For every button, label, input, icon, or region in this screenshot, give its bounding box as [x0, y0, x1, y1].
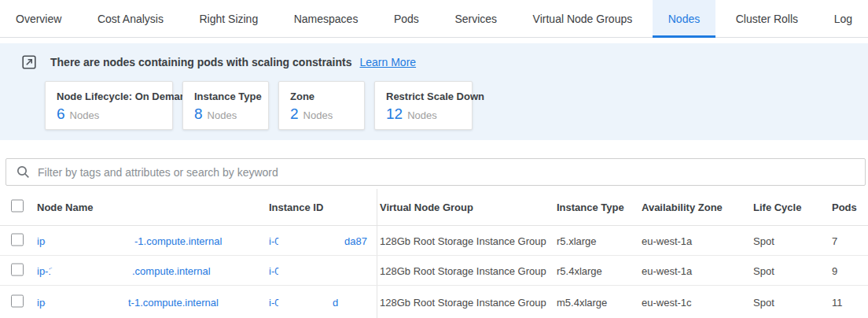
card-count: 2: [290, 105, 299, 123]
col-header-life-cycle: Life Cycle: [753, 202, 801, 213]
availability-zone-cell: eu-west-1c: [642, 296, 692, 308]
filter-input[interactable]: [38, 166, 865, 179]
tab-overview[interactable]: Overview: [0, 0, 77, 37]
redaction-box: [278, 299, 331, 309]
redaction-box: [278, 238, 343, 247]
row-checkbox[interactable]: [11, 294, 24, 307]
select-all-checkbox[interactable]: [11, 200, 24, 213]
virtual-node-group-cell: 128Gb Root Storage Instance Group: [380, 235, 546, 246]
instance-type-cell: r5.4xlarge: [557, 264, 602, 276]
table-row: ip- t-1.compute.internal i-0 d 128Gb Roo…: [0, 286, 868, 318]
instance-id-link[interactable]: da87: [344, 235, 367, 246]
col-header-availability-zone: Availability Zone: [642, 202, 723, 213]
node-name-link[interactable]: t-1.compute.internal: [128, 296, 219, 308]
card-instance-type[interactable]: Instance Type 8Nodes: [182, 81, 269, 130]
pods-cell: 7: [832, 235, 837, 246]
tab-bar: Overview Cost Analysis Right Sizing Name…: [0, 0, 868, 38]
card-count: 8: [194, 105, 203, 123]
redaction-box: [50, 268, 130, 277]
search-icon: [17, 165, 30, 179]
life-cycle-cell: Spot: [753, 264, 774, 276]
redaction-box: [46, 238, 132, 247]
card-zone[interactable]: Zone 2Nodes: [278, 81, 365, 130]
life-cycle-cell: Spot: [753, 296, 774, 308]
availability-zone-cell: eu-west-1a: [642, 235, 692, 246]
card-title: Node Lifecycle: On Demand: [57, 91, 161, 102]
pods-cell: 9: [832, 264, 837, 276]
card-title: Instance Type: [194, 91, 257, 102]
scale-up-arrow-icon: [22, 55, 36, 69]
instance-id-link[interactable]: d: [333, 296, 338, 308]
virtual-node-group-cell: 128Gb Root Storage Instance Group: [380, 296, 546, 308]
constraint-cards: Node Lifecycle: On Demand 6Nodes Instanc…: [45, 81, 868, 130]
col-header-instance-id: Instance ID: [269, 202, 377, 213]
pods-cell: 11: [832, 296, 843, 308]
scaling-constraints-banner: There are nodes containing pods with sca…: [0, 43, 868, 140]
life-cycle-cell: Spot: [753, 235, 774, 246]
card-count: 6: [57, 105, 65, 123]
tab-cluster-rolls[interactable]: Cluster Rolls: [720, 0, 814, 37]
card-unit: Nodes: [208, 109, 237, 121]
card-unit: Nodes: [407, 109, 437, 121]
instance-type-cell: r5.xlarge: [557, 235, 597, 246]
card-unit: Nodes: [303, 109, 333, 121]
col-header-node-name: Node Name: [37, 202, 269, 213]
row-checkbox[interactable]: [11, 233, 24, 246]
card-node-lifecycle[interactable]: Node Lifecycle: On Demand 6Nodes: [45, 81, 173, 130]
tab-log[interactable]: Log: [818, 0, 868, 37]
card-count: 12: [386, 105, 403, 123]
banner-message: There are nodes containing pods with sca…: [50, 56, 352, 68]
instance-type-cell: m5.4xlarge: [557, 296, 607, 308]
col-header-instance-type: Instance Type: [557, 202, 624, 213]
table-row: ip-1 .compute.internal i-0 128Gb Root St…: [0, 256, 868, 286]
card-title: Zone: [290, 91, 353, 102]
tab-virtual-node-groups[interactable]: Virtual Node Groups: [517, 0, 649, 37]
table-header-row: Node Name Instance ID Virtual Node Group…: [0, 189, 868, 226]
node-name-link[interactable]: .compute.internal: [132, 264, 211, 276]
tab-right-sizing[interactable]: Right Sizing: [183, 0, 274, 37]
nodes-table: Node Name Instance ID Virtual Node Group…: [0, 189, 868, 318]
virtual-node-group-cell: 128Gb Root Storage Instance Group: [380, 264, 546, 276]
card-restrict-scale-down[interactable]: Restrict Scale Down 12Nodes: [374, 81, 473, 130]
redaction-box: [278, 268, 374, 277]
tab-nodes[interactable]: Nodes: [653, 0, 715, 37]
row-checkbox[interactable]: [11, 263, 24, 275]
card-title: Restrict Scale Down: [386, 91, 461, 102]
col-header-virtual-node-group: Virtual Node Group: [380, 202, 473, 213]
card-unit: Nodes: [70, 109, 100, 121]
redaction-box: [46, 299, 126, 309]
availability-zone-cell: eu-west-1a: [642, 264, 692, 276]
tab-pods[interactable]: Pods: [378, 0, 435, 37]
learn-more-link[interactable]: Learn More: [360, 56, 417, 68]
tab-namespaces[interactable]: Namespaces: [278, 0, 374, 37]
tab-cost-analysis[interactable]: Cost Analysis: [82, 0, 179, 37]
node-name-link[interactable]: -1.compute.internal: [134, 235, 222, 246]
filter-bar: [6, 158, 866, 186]
col-header-pods: Pods: [832, 202, 857, 213]
tab-services[interactable]: Services: [439, 0, 513, 37]
table-row: ip- -1.compute.internal i-0 da87 128Gb R…: [0, 226, 868, 256]
